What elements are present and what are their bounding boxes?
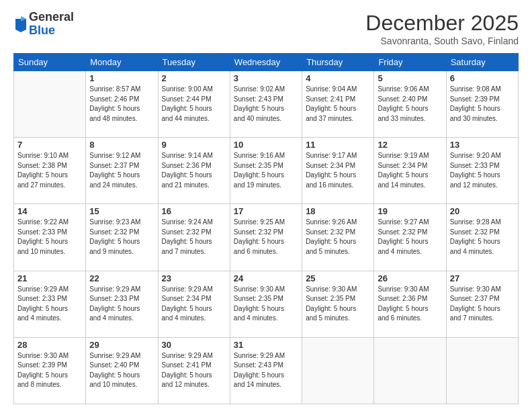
day-info: Sunrise: 9:19 AMSunset: 2:34 PMDaylight:… — [378, 151, 442, 190]
day-info: Sunrise: 9:24 AMSunset: 2:32 PMDaylight:… — [162, 218, 226, 257]
day-info: Sunrise: 9:16 AMSunset: 2:35 PMDaylight:… — [234, 151, 298, 190]
day-number: 21 — [17, 273, 82, 283]
calendar-cell — [14, 71, 86, 138]
day-info: Sunrise: 9:29 AMSunset: 2:41 PMDaylight:… — [162, 351, 226, 390]
day-number: 6 — [450, 73, 515, 83]
day-number: 4 — [306, 73, 370, 83]
day-info: Sunrise: 9:12 AMSunset: 2:37 PMDaylight:… — [89, 151, 154, 190]
calendar-cell: 5Sunrise: 9:06 AMSunset: 2:40 PMDaylight… — [374, 71, 446, 138]
month-title: December 2025 — [365, 11, 519, 36]
day-info: Sunrise: 8:57 AMSunset: 2:46 PMDaylight:… — [89, 85, 154, 124]
day-info: Sunrise: 9:06 AMSunset: 2:40 PMDaylight:… — [378, 85, 442, 124]
calendar-cell: 3Sunrise: 9:02 AMSunset: 2:43 PMDaylight… — [230, 71, 302, 138]
calendar-cell: 18Sunrise: 9:26 AMSunset: 2:32 PMDayligh… — [302, 204, 374, 271]
calendar-cell: 10Sunrise: 9:16 AMSunset: 2:35 PMDayligh… — [230, 138, 302, 204]
calendar-cell: 24Sunrise: 9:30 AMSunset: 2:35 PMDayligh… — [230, 271, 302, 337]
calendar-cell: 16Sunrise: 9:24 AMSunset: 2:32 PMDayligh… — [158, 204, 230, 271]
logo: General Blue — [13, 11, 74, 38]
calendar-week-row: 1Sunrise: 8:57 AMSunset: 2:46 PMDaylight… — [14, 71, 519, 138]
day-info: Sunrise: 9:27 AMSunset: 2:32 PMDaylight:… — [378, 218, 442, 257]
calendar-cell: 15Sunrise: 9:23 AMSunset: 2:32 PMDayligh… — [86, 204, 158, 271]
calendar-cell: 2Sunrise: 9:00 AMSunset: 2:44 PMDaylight… — [158, 71, 230, 138]
calendar-cell: 7Sunrise: 9:10 AMSunset: 2:38 PMDaylight… — [14, 138, 86, 204]
weekday-header: Thursday — [302, 54, 374, 71]
day-number: 17 — [234, 206, 298, 216]
day-number: 1 — [89, 73, 154, 83]
calendar-cell: 26Sunrise: 9:30 AMSunset: 2:36 PMDayligh… — [374, 271, 446, 337]
day-number: 11 — [306, 140, 370, 150]
day-number: 24 — [234, 273, 298, 283]
calendar-cell: 1Sunrise: 8:57 AMSunset: 2:46 PMDaylight… — [86, 71, 158, 138]
calendar-cell — [446, 337, 518, 404]
day-number: 15 — [89, 206, 154, 216]
day-number: 9 — [162, 140, 226, 150]
day-info: Sunrise: 9:30 AMSunset: 2:35 PMDaylight:… — [306, 285, 370, 324]
calendar-week-row: 14Sunrise: 9:22 AMSunset: 2:33 PMDayligh… — [14, 204, 519, 271]
calendar-cell: 31Sunrise: 9:29 AMSunset: 2:43 PMDayligh… — [230, 337, 302, 404]
day-number: 31 — [234, 340, 298, 350]
day-number: 30 — [162, 340, 226, 350]
day-number: 26 — [378, 273, 442, 283]
day-number: 23 — [162, 273, 226, 283]
calendar-cell: 17Sunrise: 9:25 AMSunset: 2:32 PMDayligh… — [230, 204, 302, 271]
calendar-cell: 12Sunrise: 9:19 AMSunset: 2:34 PMDayligh… — [374, 138, 446, 204]
day-info: Sunrise: 9:29 AMSunset: 2:33 PMDaylight:… — [89, 285, 154, 324]
day-info: Sunrise: 9:29 AMSunset: 2:34 PMDaylight:… — [162, 285, 226, 324]
day-number: 7 — [17, 140, 82, 150]
day-info: Sunrise: 9:30 AMSunset: 2:37 PMDaylight:… — [450, 285, 515, 324]
day-info: Sunrise: 9:30 AMSunset: 2:36 PMDaylight:… — [378, 285, 442, 324]
day-number: 19 — [378, 206, 442, 216]
day-number: 13 — [450, 140, 515, 150]
weekday-header: Tuesday — [158, 54, 230, 71]
day-number: 12 — [378, 140, 442, 150]
day-info: Sunrise: 9:25 AMSunset: 2:32 PMDaylight:… — [234, 218, 298, 257]
day-number: 16 — [162, 206, 226, 216]
day-number: 5 — [378, 73, 442, 83]
calendar-cell: 4Sunrise: 9:04 AMSunset: 2:41 PMDaylight… — [302, 71, 374, 138]
calendar-cell: 25Sunrise: 9:30 AMSunset: 2:35 PMDayligh… — [302, 271, 374, 337]
day-info: Sunrise: 9:26 AMSunset: 2:32 PMDaylight:… — [306, 218, 370, 257]
calendar-cell — [302, 337, 374, 404]
weekday-header: Friday — [374, 54, 446, 71]
title-section: December 2025 Savonranta, South Savo, Fi… — [365, 11, 519, 46]
day-info: Sunrise: 9:17 AMSunset: 2:34 PMDaylight:… — [306, 151, 370, 190]
weekday-header: Wednesday — [230, 54, 302, 71]
logo-general: General — [29, 10, 74, 24]
day-number: 2 — [162, 73, 226, 83]
day-number: 3 — [234, 73, 298, 83]
day-number: 10 — [234, 140, 298, 150]
day-number: 8 — [89, 140, 154, 150]
calendar-cell: 9Sunrise: 9:14 AMSunset: 2:36 PMDaylight… — [158, 138, 230, 204]
day-number: 14 — [17, 206, 82, 216]
logo-icon — [14, 16, 28, 32]
calendar-cell: 27Sunrise: 9:30 AMSunset: 2:37 PMDayligh… — [446, 271, 518, 337]
day-number: 20 — [450, 206, 515, 216]
day-info: Sunrise: 9:22 AMSunset: 2:33 PMDaylight:… — [17, 218, 82, 257]
day-info: Sunrise: 9:29 AMSunset: 2:43 PMDaylight:… — [234, 351, 298, 390]
day-info: Sunrise: 9:23 AMSunset: 2:32 PMDaylight:… — [89, 218, 154, 257]
logo-text: General Blue — [29, 11, 74, 38]
day-info: Sunrise: 9:30 AMSunset: 2:35 PMDaylight:… — [234, 285, 298, 324]
calendar-cell: 13Sunrise: 9:20 AMSunset: 2:33 PMDayligh… — [446, 138, 518, 204]
day-info: Sunrise: 9:08 AMSunset: 2:39 PMDaylight:… — [450, 85, 515, 124]
day-number: 27 — [450, 273, 515, 283]
day-number: 18 — [306, 206, 370, 216]
logo-blue: Blue — [29, 24, 55, 37]
day-number: 29 — [89, 340, 154, 350]
calendar-cell: 23Sunrise: 9:29 AMSunset: 2:34 PMDayligh… — [158, 271, 230, 337]
calendar-week-row: 7Sunrise: 9:10 AMSunset: 2:38 PMDaylight… — [14, 138, 519, 204]
day-info: Sunrise: 9:14 AMSunset: 2:36 PMDaylight:… — [162, 151, 226, 190]
day-info: Sunrise: 9:29 AMSunset: 2:40 PMDaylight:… — [89, 351, 154, 390]
weekday-header: Sunday — [14, 54, 86, 71]
location-title: Savonranta, South Savo, Finland — [365, 36, 519, 46]
calendar-cell: 28Sunrise: 9:30 AMSunset: 2:39 PMDayligh… — [14, 337, 86, 404]
calendar-cell: 22Sunrise: 9:29 AMSunset: 2:33 PMDayligh… — [86, 271, 158, 337]
calendar-week-row: 28Sunrise: 9:30 AMSunset: 2:39 PMDayligh… — [14, 337, 519, 404]
day-info: Sunrise: 9:10 AMSunset: 2:38 PMDaylight:… — [17, 151, 82, 190]
calendar: SundayMondayTuesdayWednesdayThursdayFrid… — [13, 53, 519, 404]
day-info: Sunrise: 9:29 AMSunset: 2:33 PMDaylight:… — [17, 285, 82, 324]
day-number: 22 — [89, 273, 154, 283]
day-info: Sunrise: 9:02 AMSunset: 2:43 PMDaylight:… — [234, 85, 298, 124]
weekday-header: Saturday — [446, 54, 518, 71]
weekday-header-row: SundayMondayTuesdayWednesdayThursdayFrid… — [14, 54, 519, 71]
